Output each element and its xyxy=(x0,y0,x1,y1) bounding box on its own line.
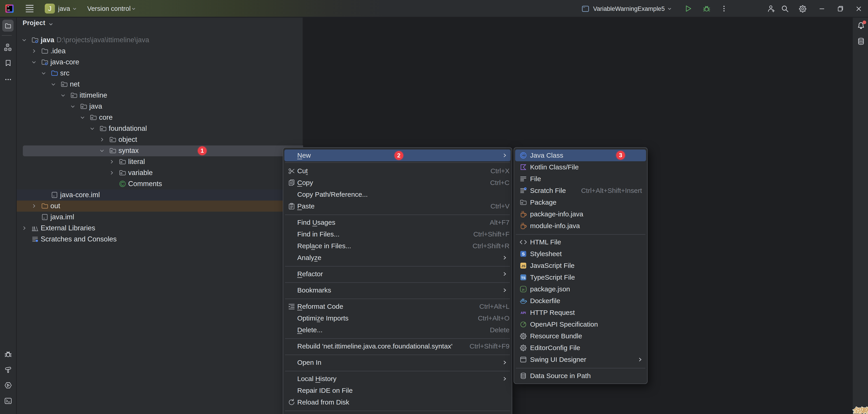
svg-text:TS: TS xyxy=(521,276,525,280)
svg-text:API: API xyxy=(521,311,526,315)
svg-text:JS: JS xyxy=(521,264,525,268)
svg-text:js: js xyxy=(522,288,525,291)
svg-text:S: S xyxy=(522,252,525,256)
